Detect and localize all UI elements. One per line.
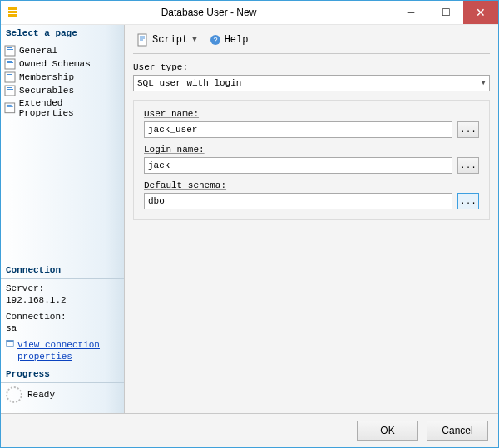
page-icon — [4, 58, 16, 70]
svg-text:?: ? — [213, 36, 217, 44]
default-schema-row: Default schema: ... — [144, 180, 479, 209]
svg-rect-13 — [7, 87, 12, 88]
cancel-button[interactable]: Cancel — [427, 421, 488, 441]
user-name-browse-button[interactable]: ... — [457, 121, 479, 138]
login-name-row: Login name: ... — [144, 145, 479, 174]
minimize-button[interactable]: ─ — [393, 1, 428, 24]
app-icon — [6, 6, 19, 19]
login-name-browse-button[interactable]: ... — [457, 157, 479, 174]
svg-rect-15 — [5, 103, 15, 113]
script-label: Script — [152, 34, 188, 46]
sidebar-item-owned-schemas[interactable]: Owned Schemas — [2, 57, 122, 71]
svg-rect-12 — [5, 86, 15, 96]
svg-rect-0 — [8, 7, 17, 10]
sidebar-item-label: General — [19, 46, 57, 56]
server-value: 192.168.1.2 — [6, 294, 119, 306]
page-list: General Owned Schemas Membership Securab… — [1, 42, 124, 124]
svg-rect-2 — [8, 14, 17, 17]
user-type-select[interactable]: SQL user with login ▼ — [133, 75, 490, 91]
toolbar-separator — [133, 53, 490, 54]
user-type-field: User type: SQL user with login ▼ — [133, 62, 490, 91]
dialog-footer: OK Cancel — [1, 413, 498, 447]
svg-rect-5 — [7, 49, 13, 50]
chevron-down-icon: ▼ — [482, 79, 486, 87]
login-name-label: Login name: — [144, 145, 452, 155]
user-name-label: User name: — [144, 109, 452, 119]
sidebar-item-label: Securables — [19, 86, 74, 96]
user-details-group: User name: ... Login name: ... Default s… — [133, 100, 490, 220]
window-title: Database User - New — [24, 7, 393, 18]
user-name-row: User name: ... — [144, 109, 479, 138]
progress-header: Progress — [1, 366, 124, 383]
svg-rect-1 — [8, 11, 17, 13]
login-name-input[interactable] — [144, 157, 452, 174]
default-schema-input[interactable] — [144, 193, 452, 209]
ok-button[interactable]: OK — [357, 421, 418, 441]
page-icon — [4, 45, 16, 57]
svg-rect-16 — [7, 105, 12, 106]
sidebar-item-membership[interactable]: Membership — [2, 71, 122, 84]
progress-row: Ready — [1, 383, 124, 406]
svg-rect-4 — [7, 47, 12, 48]
chevron-down-icon: ▼ — [190, 36, 198, 44]
connection-block: Server: 192.168.1.2 Connection: sa View … — [1, 279, 124, 366]
help-icon: ? — [209, 33, 222, 47]
svg-rect-19 — [7, 340, 14, 342]
main-panel: Script ▼ ? Help User type: SQL user with… — [125, 25, 498, 413]
window-buttons: ─ ☐ ✕ — [393, 1, 498, 24]
progress-spinner-icon — [6, 386, 22, 403]
svg-rect-11 — [7, 76, 13, 76]
connection-label: Connection: — [6, 311, 119, 322]
page-icon — [4, 85, 16, 96]
sidebar-item-extended-properties[interactable]: Extended Properties — [2, 97, 122, 119]
script-icon — [136, 33, 150, 47]
maximize-button[interactable]: ☐ — [428, 1, 463, 24]
svg-rect-8 — [7, 62, 13, 63]
svg-rect-7 — [7, 61, 12, 62]
connection-header: Connection — [1, 262, 124, 279]
page-icon — [4, 71, 16, 83]
script-button[interactable]: Script ▼ — [133, 32, 202, 48]
sidebar-item-securables[interactable]: Securables — [2, 84, 122, 97]
default-schema-label: Default schema: — [144, 180, 452, 190]
svg-rect-14 — [7, 89, 13, 90]
dialog-database-user-new: Database User - New ─ ☐ ✕ Select a page … — [0, 0, 499, 448]
svg-rect-10 — [7, 74, 12, 75]
svg-rect-9 — [5, 72, 15, 82]
sidebar-item-label: Owned Schemas — [19, 59, 91, 69]
sidebar-item-general[interactable]: General — [2, 44, 122, 57]
server-label: Server: — [6, 283, 119, 294]
properties-icon — [6, 339, 14, 351]
help-label: Help — [225, 34, 249, 46]
svg-rect-6 — [5, 59, 15, 69]
user-type-label: User type: — [133, 62, 490, 72]
connection-value: sa — [6, 322, 119, 334]
toolbar: Script ▼ ? Help — [133, 30, 490, 50]
sidebar-item-label: Extended Properties — [19, 98, 121, 118]
user-name-input[interactable] — [144, 121, 452, 138]
sidebar-item-label: Membership — [19, 72, 74, 82]
help-button[interactable]: ? Help — [205, 32, 252, 48]
default-schema-browse-button[interactable]: ... — [457, 193, 479, 209]
titlebar: Database User - New ─ ☐ ✕ — [1, 1, 498, 25]
dialog-body: Select a page General Owned Schemas Memb… — [1, 25, 498, 413]
user-type-value: SQL user with login — [137, 78, 241, 88]
progress-status: Ready — [27, 390, 55, 400]
svg-rect-3 — [5, 46, 15, 56]
view-connection-properties-link[interactable]: View connection properties — [17, 339, 119, 362]
svg-rect-17 — [7, 106, 13, 107]
close-button[interactable]: ✕ — [463, 1, 498, 24]
page-icon — [4, 102, 16, 114]
select-page-header: Select a page — [1, 25, 124, 42]
sidebar: Select a page General Owned Schemas Memb… — [1, 25, 125, 413]
